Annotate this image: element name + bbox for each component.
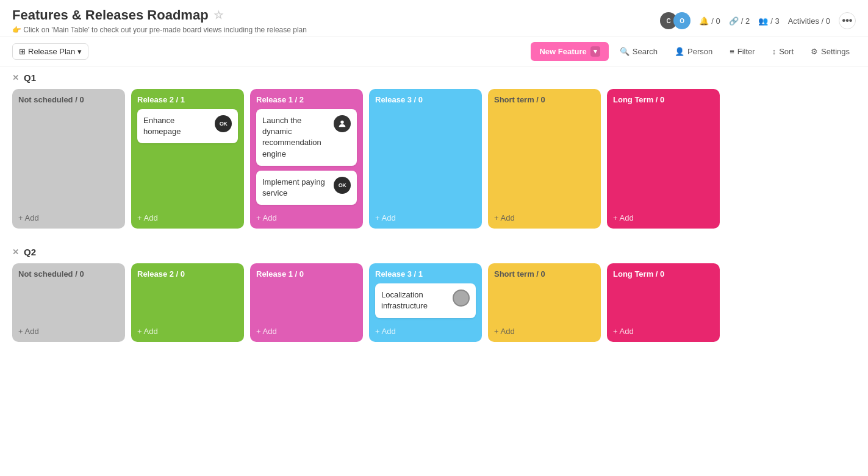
column-header-release1-q2: Release 1 / 0 — [256, 269, 357, 279]
column-long-term-q1: Long Term / 0+ Add — [607, 89, 720, 229]
add-btn-not-scheduled-q1[interactable]: + Add — [18, 210, 119, 222]
add-btn-short-term-q1[interactable]: + Add — [494, 210, 595, 222]
card-avatar-release1-q1-1: OK — [334, 177, 351, 194]
column-header-not-scheduled-q2: Not scheduled / 0 — [18, 269, 119, 279]
group-header-q1: ✕ Q1 — [12, 73, 856, 83]
add-btn-release2-q1[interactable]: + Add — [137, 210, 238, 222]
collapse-icon-q1[interactable]: ✕ — [12, 73, 19, 82]
filter-icon: ≡ — [730, 47, 734, 56]
link-count: / 2 — [741, 16, 750, 26]
settings-button[interactable]: ⚙ Settings — [805, 44, 856, 59]
card-avatar-release3-q2-0 — [453, 290, 470, 307]
chevron-down-icon: ▾ — [77, 47, 82, 56]
card-text-release3-q2-0: Localization infrastructure — [381, 290, 449, 311]
add-btn-release3-q2[interactable]: + Add — [375, 323, 476, 336]
add-btn-release1-q1[interactable]: + Add — [256, 210, 357, 222]
search-icon: 🔍 — [620, 47, 629, 56]
sort-button[interactable]: ↕ Sort — [766, 44, 800, 59]
card-text-release2-q1-0: Enhance homepage — [143, 115, 211, 137]
column-release2-q2: Release 2 / 0+ Add — [131, 263, 244, 341]
people-icon: 👥 — [758, 16, 768, 26]
column-header-short-term-q1: Short term / 0 — [494, 95, 595, 104]
column-release3-q2: Release 3 / 1Localization infrastructure… — [369, 263, 482, 341]
person-button[interactable]: 👤 Person — [669, 44, 719, 59]
card-release1-q1-0[interactable]: Launch the dynamic recommendation engine — [256, 109, 357, 166]
card-release2-q1-0[interactable]: Enhance homepageOK — [137, 109, 238, 143]
card-text-release1-q1-1: Implement paying service — [262, 177, 330, 199]
notification-stat[interactable]: 🔔 / 0 — [699, 16, 720, 26]
card-text-release1-q1-0: Launch the dynamic recommendation engine — [262, 115, 330, 160]
card-release3-q2-0[interactable]: Localization infrastructure — [375, 283, 476, 318]
column-release1-q1: Release 1 / 2Launch the dynamic recommen… — [250, 89, 363, 229]
toolbar-left: ⊞ Release Plan ▾ — [12, 43, 88, 60]
columns-row-q1: Not scheduled / 0+ AddRelease 2 / 1Enhan… — [12, 89, 856, 229]
new-feature-dropdown-arrow[interactable]: ▾ — [590, 46, 600, 57]
settings-label: Settings — [821, 47, 850, 56]
activities-button[interactable]: Activities / 0 — [788, 16, 830, 26]
add-btn-long-term-q1[interactable]: + Add — [613, 210, 714, 222]
add-btn-short-term-q2[interactable]: + Add — [494, 323, 595, 336]
new-feature-button[interactable]: New Feature ▾ — [531, 42, 608, 61]
avatar-2[interactable]: O — [673, 12, 690, 29]
header-left: Features & Releases Roadmap ☆ 👉 Click on… — [12, 7, 307, 34]
header: Features & Releases Roadmap ☆ 👉 Click on… — [0, 0, 868, 37]
column-short-term-q1: Short term / 0+ Add — [488, 89, 601, 229]
board-body: ✕ Q1 Not scheduled / 0+ AddRelease 2 / 1… — [0, 66, 868, 372]
column-header-long-term-q1: Long Term / 0 — [613, 95, 714, 104]
avatar-group: C O — [660, 12, 690, 29]
svg-point-0 — [340, 121, 343, 124]
grid-icon: ⊞ — [19, 47, 26, 56]
column-not-scheduled-q2: Not scheduled / 0+ Add — [12, 263, 125, 341]
columns-row-q2: Not scheduled / 0+ AddRelease 2 / 0+ Add… — [12, 263, 856, 341]
add-btn-release1-q2[interactable]: + Add — [256, 323, 357, 336]
search-button[interactable]: 🔍 Search — [614, 44, 664, 59]
toolbar: ⊞ Release Plan ▾ New Feature ▾ 🔍 Search … — [0, 37, 868, 66]
card-release1-q1-1[interactable]: Implement paying serviceOK — [256, 171, 357, 205]
people-stat[interactable]: 👥 / 3 — [758, 16, 779, 26]
sort-icon: ↕ — [772, 47, 777, 56]
search-label: Search — [633, 47, 658, 56]
add-btn-release2-q2[interactable]: + Add — [137, 323, 238, 336]
filter-button[interactable]: ≡ Filter — [723, 44, 761, 59]
column-short-term-q2: Short term / 0+ Add — [488, 263, 601, 341]
subtitle: 👉 Click on 'Main Table' to check out you… — [12, 26, 307, 34]
page-title-row: Features & Releases Roadmap ☆ — [12, 7, 307, 23]
group-section-q2: ✕ Q2 Not scheduled / 0+ AddRelease 2 / 0… — [12, 247, 856, 341]
more-options-button[interactable]: ••• — [839, 12, 856, 29]
column-header-release1-q1: Release 1 / 2 — [256, 95, 357, 104]
notification-count: / 0 — [711, 16, 720, 26]
view-label: Release Plan — [28, 47, 75, 56]
group-label-q1: Q1 — [24, 73, 36, 83]
column-header-release3-q2: Release 3 / 1 — [375, 269, 476, 279]
link-stat[interactable]: 🔗 / 2 — [729, 16, 750, 26]
person-label: Person — [687, 47, 712, 56]
column-release2-q1: Release 2 / 1Enhance homepageOK+ Add — [131, 89, 244, 229]
star-icon[interactable]: ☆ — [213, 9, 223, 22]
settings-icon: ⚙ — [811, 47, 818, 56]
add-btn-not-scheduled-q2[interactable]: + Add — [18, 323, 119, 336]
collapse-icon-q2[interactable]: ✕ — [12, 247, 19, 257]
column-long-term-q2: Long Term / 0+ Add — [607, 263, 720, 341]
group-header-q2: ✕ Q2 — [12, 247, 856, 257]
add-btn-release3-q1[interactable]: + Add — [375, 210, 476, 222]
column-header-short-term-q2: Short term / 0 — [494, 269, 595, 279]
column-header-not-scheduled-q1: Not scheduled / 0 — [18, 95, 119, 104]
card-avatar-release2-q1-0: OK — [215, 115, 232, 132]
column-header-long-term-q2: Long Term / 0 — [613, 269, 714, 279]
people-count: / 3 — [770, 16, 779, 26]
filter-label: Filter — [737, 47, 755, 56]
link-icon: 🔗 — [729, 16, 739, 26]
header-right: C O 🔔 / 0 🔗 / 2 👥 / 3 Activities / 0 ••• — [660, 12, 856, 29]
column-release1-q2: Release 1 / 0+ Add — [250, 263, 363, 341]
column-not-scheduled-q1: Not scheduled / 0+ Add — [12, 89, 125, 229]
add-btn-long-term-q2[interactable]: + Add — [613, 323, 714, 336]
toolbar-right: New Feature ▾ 🔍 Search 👤 Person ≡ Filter… — [531, 42, 856, 61]
group-section-q1: ✕ Q1 Not scheduled / 0+ AddRelease 2 / 1… — [12, 73, 856, 229]
card-avatar-release1-q1-0 — [334, 115, 351, 132]
column-header-release2-q2: Release 2 / 0 — [137, 269, 238, 279]
column-header-release3-q1: Release 3 / 0 — [375, 95, 476, 104]
view-selector[interactable]: ⊞ Release Plan ▾ — [12, 43, 88, 60]
column-release3-q1: Release 3 / 0+ Add — [369, 89, 482, 229]
new-feature-label: New Feature — [539, 47, 586, 56]
group-label-q2: Q2 — [24, 247, 36, 257]
